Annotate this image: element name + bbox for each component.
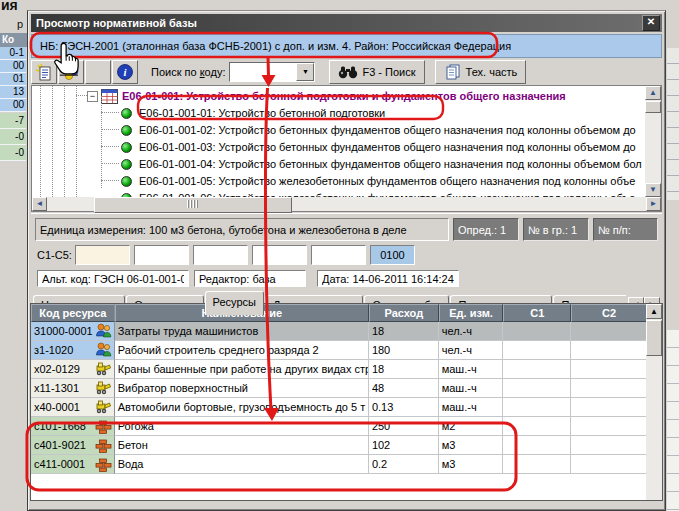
scrollbar-thumb[interactable]	[645, 101, 661, 113]
title-bar[interactable]: Просмотр нормативной базы ✕	[31, 14, 662, 32]
bricks-icon	[95, 437, 112, 453]
resource-c1	[503, 417, 571, 436]
c4-field[interactable]	[252, 245, 307, 265]
date-text: Дата: 14-06-2011 16:14:24	[322, 273, 454, 285]
tree-item-label: Е06-01-001-03: Устройство бетонных фунда…	[139, 141, 636, 153]
background-column-header-fragment: Ко	[0, 33, 28, 47]
report-icon	[35, 63, 53, 81]
resource-c1	[503, 360, 571, 379]
tree-item-label: Е06-01-001-02: Устройство бетонных фунда…	[139, 124, 636, 136]
scrollbar-thumb[interactable]	[94, 197, 292, 213]
resource-unit: маш.-ч	[439, 379, 504, 398]
resource-type-icon	[95, 361, 112, 377]
table-row[interactable]: с401-9021 Бетон 102 м3	[31, 436, 646, 455]
colored-shapes-icon	[62, 63, 80, 81]
tree-item[interactable]: Е06-01-001-06: Устройство железобетонных…	[32, 189, 645, 197]
table-row[interactable]: з1-1020 Рабочий строитель среднего разря…	[31, 341, 646, 360]
c1-c5-label: С1-С5:	[37, 245, 72, 265]
column-header-unit[interactable]: Ед. изм.	[439, 304, 504, 322]
resource-c1	[503, 379, 571, 398]
background-cell-fragment: 00	[0, 99, 26, 112]
resource-code: 31000-0001	[34, 325, 93, 337]
scroll-left-icon[interactable]: ◄	[32, 197, 47, 211]
tab-label: Ресурсы	[213, 296, 256, 308]
excavator-icon	[95, 361, 112, 377]
resource-qty: 48	[369, 379, 439, 398]
table-row[interactable]: х02-0129 Краны башенные при работе на др…	[31, 360, 646, 379]
resource-type-icon	[95, 342, 112, 358]
tab[interactable]: Ресурсы	[205, 291, 264, 315]
tree-root-label: Е06-01-001: Устройство бетонной подготов…	[122, 90, 566, 102]
info-button[interactable]: i	[112, 60, 138, 84]
scroll-up-icon[interactable]: ▲	[646, 304, 662, 319]
resource-code: с401-9021	[34, 439, 86, 451]
bricks-icon	[95, 456, 112, 472]
column-header-qty[interactable]: Расход	[369, 304, 439, 322]
resource-c2	[571, 455, 646, 474]
c2-field[interactable]	[134, 245, 189, 265]
opred-field: Опред.: 1	[453, 218, 519, 241]
people-icon	[95, 323, 112, 339]
table-row[interactable]: с411-0001 Вода 0.2 м3	[31, 455, 646, 474]
combo-dropdown-button[interactable]: ▼	[296, 63, 314, 81]
resource-qty: 102	[369, 436, 439, 455]
tree-horizontal-scrollbar[interactable]: ◄ ►	[32, 197, 661, 211]
c1-field[interactable]	[75, 245, 130, 265]
search-code-combobox[interactable]: ▼	[229, 62, 315, 82]
tree-item-label: Е06-01-001-04: Устройство бетонных фунда…	[139, 158, 642, 170]
collapse-icon[interactable]: −	[87, 91, 98, 102]
alt-code-field: Альт. код: ГЭСН 06-01-001-01	[37, 270, 189, 287]
resource-code: х11-1301	[34, 382, 79, 394]
f3-search-label: F3 - Поиск	[362, 66, 415, 78]
tree-item[interactable]: Е06-01-001-03: Устройство бетонных фунда…	[32, 138, 645, 155]
resource-unit: чел.-ч	[439, 341, 504, 360]
close-button[interactable]: ✕	[642, 15, 660, 31]
report-button[interactable]	[31, 60, 57, 84]
resource-type-icon	[95, 418, 112, 434]
f3-search-button[interactable]: F3 - Поиск	[329, 60, 424, 84]
tech-part-button[interactable]: Тех. часть	[435, 60, 527, 84]
table-row[interactable]: х40-0001 Автомобили бортовые, грузоподъе…	[31, 398, 646, 417]
resource-name: Бетон	[115, 436, 369, 455]
resource-name: Краны башенные при работе на других вида…	[115, 360, 369, 379]
scrollbar-thumb[interactable]	[646, 320, 662, 356]
table-row[interactable]: с101-1668 Рогожа 250 м2	[31, 417, 646, 436]
tree-connector	[101, 180, 119, 181]
tree-connector	[101, 129, 119, 130]
column-header-c2[interactable]: С2	[571, 304, 646, 322]
resource-name: Рабочий строитель среднего разряда 2	[115, 341, 369, 360]
tree-item[interactable]: Е06-01-001-02: Устройство бетонных фунда…	[32, 121, 645, 138]
background-cell-fragment: 0-1	[0, 47, 26, 60]
background-table-blue-cells: 0-100011300	[0, 47, 26, 112]
column-header-c1[interactable]: С1	[503, 304, 571, 322]
resource-unit: м3	[439, 455, 504, 474]
tree-connector	[101, 163, 119, 164]
tree-vertical-scrollbar[interactable]: ▲ ▼	[645, 86, 661, 197]
resource-type-icon	[95, 437, 112, 453]
resource-type-icon	[95, 380, 112, 396]
tree-item[interactable]: Е06-01-001-05: Устройство железобетонных…	[32, 172, 645, 189]
resource-qty: 0.13	[369, 398, 439, 417]
number-pp-field: № п/п:	[593, 218, 658, 241]
resource-qty: 18	[369, 322, 439, 341]
scroll-up-icon[interactable]: ▲	[645, 86, 661, 100]
tree-item[interactable]: Е06-01-001-01: Устройство бетонной подго…	[32, 104, 645, 121]
resource-c2	[571, 398, 646, 417]
resource-c1	[503, 341, 571, 360]
scroll-right-icon[interactable]: ►	[646, 197, 661, 211]
column-header-code[interactable]: Код ресурса	[31, 304, 115, 322]
scroll-down-icon[interactable]: ▼	[645, 183, 661, 197]
resource-name: Затраты труда машинистов	[115, 322, 369, 341]
table-vertical-scrollbar[interactable]: ▲	[646, 304, 662, 500]
table-row[interactable]: 31000-0001 Затраты труда машинистов 18 ч…	[31, 322, 646, 341]
tree-item[interactable]: Е06-01-001-04: Устройство бетонных фунда…	[32, 155, 645, 172]
resource-unit: маш.-ч	[439, 398, 504, 417]
window-title: Просмотр нормативной базы	[36, 17, 197, 29]
normative-base-info-bar: НБ: ГЭСН-2001 (эталонная база ФСНБ-2001)…	[31, 34, 662, 58]
c3-field[interactable]	[193, 245, 248, 265]
edit-button[interactable]	[85, 60, 111, 84]
c5-field[interactable]	[311, 245, 366, 265]
tree-root-node[interactable]: − Е06-01-001: Устройство бетонной подгот…	[87, 88, 566, 104]
base-select-button[interactable]	[58, 60, 84, 84]
table-row[interactable]: х11-1301 Вибратор поверхностный 48 маш.-…	[31, 379, 646, 398]
